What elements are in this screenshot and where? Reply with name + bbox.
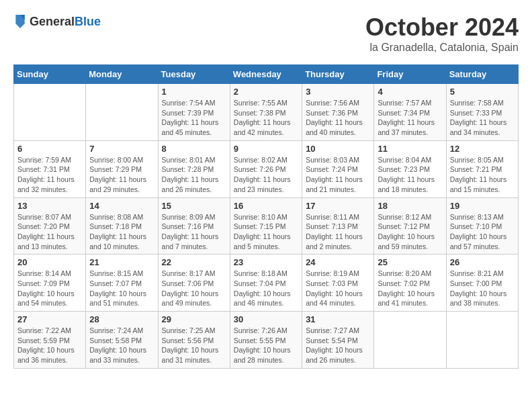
calendar-week-row: 13Sunrise: 8:07 AM Sunset: 7:20 PM Dayli…	[14, 197, 519, 255]
day-number: 28	[89, 314, 154, 324]
day-info: Sunrise: 8:15 AM Sunset: 7:07 PM Dayligh…	[89, 269, 154, 308]
day-number: 11	[378, 144, 442, 154]
calendar-cell: 16Sunrise: 8:10 AM Sunset: 7:15 PM Dayli…	[230, 197, 302, 255]
day-info: Sunrise: 7:56 AM Sunset: 7:36 PM Dayligh…	[306, 98, 370, 138]
calendar-cell: 6Sunrise: 7:59 AM Sunset: 7:31 PM Daylig…	[14, 140, 86, 197]
day-info: Sunrise: 8:13 AM Sunset: 7:10 PM Dayligh…	[450, 212, 515, 252]
day-info: Sunrise: 8:01 AM Sunset: 7:28 PM Dayligh…	[162, 155, 226, 195]
day-number: 25	[378, 257, 442, 267]
calendar-cell: 19Sunrise: 8:13 AM Sunset: 7:10 PM Dayli…	[446, 197, 518, 255]
day-info: Sunrise: 7:24 AM Sunset: 5:58 PM Dayligh…	[89, 326, 154, 365]
calendar-cell: 29Sunrise: 7:25 AM Sunset: 5:56 PM Dayli…	[158, 312, 230, 369]
calendar-cell	[86, 84, 158, 141]
calendar-cell: 7Sunrise: 8:00 AM Sunset: 7:29 PM Daylig…	[86, 140, 158, 197]
calendar-week-row: 27Sunrise: 7:22 AM Sunset: 5:59 PM Dayli…	[14, 312, 519, 369]
calendar-cell: 13Sunrise: 8:07 AM Sunset: 7:20 PM Dayli…	[14, 197, 86, 255]
day-number: 4	[378, 87, 442, 97]
day-of-week-header: Friday	[374, 65, 446, 84]
day-info: Sunrise: 8:17 AM Sunset: 7:06 PM Dayligh…	[162, 269, 226, 308]
calendar-cell: 11Sunrise: 8:04 AM Sunset: 7:23 PM Dayli…	[374, 140, 446, 197]
day-number: 8	[162, 144, 226, 154]
calendar-cell: 8Sunrise: 8:01 AM Sunset: 7:28 PM Daylig…	[158, 140, 230, 197]
day-of-week-header: Monday	[86, 65, 158, 84]
calendar-cell: 4Sunrise: 7:57 AM Sunset: 7:34 PM Daylig…	[374, 84, 446, 141]
calendar-cell: 15Sunrise: 8:09 AM Sunset: 7:16 PM Dayli…	[158, 197, 230, 255]
calendar-body: 1Sunrise: 7:54 AM Sunset: 7:39 PM Daylig…	[14, 84, 519, 369]
day-number: 2	[234, 87, 298, 97]
logo-general: General	[30, 15, 75, 28]
day-info: Sunrise: 8:19 AM Sunset: 7:03 PM Dayligh…	[306, 269, 370, 308]
day-of-week-header: Saturday	[446, 65, 518, 84]
calendar-cell: 18Sunrise: 8:12 AM Sunset: 7:12 PM Dayli…	[374, 197, 446, 255]
day-number: 14	[89, 201, 154, 211]
day-number: 7	[89, 144, 154, 154]
day-info: Sunrise: 8:02 AM Sunset: 7:26 PM Dayligh…	[234, 155, 298, 195]
logo: GeneralBlue	[13, 13, 101, 30]
day-number: 24	[306, 257, 370, 267]
calendar-cell	[374, 312, 446, 369]
calendar-cell: 30Sunrise: 7:26 AM Sunset: 5:55 PM Dayli…	[230, 312, 302, 369]
day-info: Sunrise: 7:54 AM Sunset: 7:39 PM Dayligh…	[162, 98, 226, 138]
day-info: Sunrise: 7:59 AM Sunset: 7:31 PM Dayligh…	[17, 155, 82, 195]
day-number: 15	[162, 201, 226, 211]
day-number: 19	[450, 201, 515, 211]
logo-blue: Blue	[75, 15, 101, 28]
calendar-cell	[446, 312, 518, 369]
day-number: 30	[234, 314, 298, 324]
day-info: Sunrise: 7:26 AM Sunset: 5:55 PM Dayligh…	[234, 326, 298, 365]
day-info: Sunrise: 8:18 AM Sunset: 7:04 PM Dayligh…	[234, 269, 298, 308]
calendar-cell: 25Sunrise: 8:20 AM Sunset: 7:02 PM Dayli…	[374, 255, 446, 312]
day-of-week-header: Wednesday	[230, 65, 302, 84]
location-title: la Granadella, Catalonia, Spain	[365, 42, 519, 54]
title-section: October 2024 la Granadella, Catalonia, S…	[365, 13, 519, 54]
day-info: Sunrise: 8:09 AM Sunset: 7:16 PM Dayligh…	[162, 212, 226, 252]
day-number: 6	[17, 144, 82, 154]
day-of-week-header: Thursday	[302, 65, 374, 84]
day-info: Sunrise: 8:08 AM Sunset: 7:18 PM Dayligh…	[89, 212, 154, 252]
calendar-header: SundayMondayTuesdayWednesdayThursdayFrid…	[14, 65, 519, 84]
day-number: 1	[162, 87, 226, 97]
page-header: GeneralBlue October 2024 la Granadella, …	[13, 13, 519, 54]
calendar-cell: 28Sunrise: 7:24 AM Sunset: 5:58 PM Dayli…	[86, 312, 158, 369]
day-info: Sunrise: 8:14 AM Sunset: 7:09 PM Dayligh…	[17, 269, 82, 308]
day-info: Sunrise: 7:58 AM Sunset: 7:33 PM Dayligh…	[450, 98, 515, 138]
calendar-cell: 20Sunrise: 8:14 AM Sunset: 7:09 PM Dayli…	[14, 255, 86, 312]
day-info: Sunrise: 8:12 AM Sunset: 7:12 PM Dayligh…	[378, 212, 442, 252]
calendar-cell: 17Sunrise: 8:11 AM Sunset: 7:13 PM Dayli…	[302, 197, 374, 255]
day-info: Sunrise: 8:11 AM Sunset: 7:13 PM Dayligh…	[306, 212, 370, 252]
calendar-cell: 31Sunrise: 7:27 AM Sunset: 5:54 PM Dayli…	[302, 312, 374, 369]
day-info: Sunrise: 8:07 AM Sunset: 7:20 PM Dayligh…	[17, 212, 82, 252]
day-of-week-header: Sunday	[14, 65, 86, 84]
day-number: 21	[89, 257, 154, 267]
day-info: Sunrise: 8:10 AM Sunset: 7:15 PM Dayligh…	[234, 212, 298, 252]
logo-icon	[13, 13, 27, 30]
day-number: 18	[378, 201, 442, 211]
calendar-cell: 9Sunrise: 8:02 AM Sunset: 7:26 PM Daylig…	[230, 140, 302, 197]
day-info: Sunrise: 8:05 AM Sunset: 7:21 PM Dayligh…	[450, 155, 515, 195]
calendar-cell: 26Sunrise: 8:21 AM Sunset: 7:00 PM Dayli…	[446, 255, 518, 312]
day-info: Sunrise: 8:20 AM Sunset: 7:02 PM Dayligh…	[378, 269, 442, 308]
day-info: Sunrise: 7:55 AM Sunset: 7:38 PM Dayligh…	[234, 98, 298, 138]
day-number: 26	[450, 257, 515, 267]
day-number: 16	[234, 201, 298, 211]
calendar-week-row: 20Sunrise: 8:14 AM Sunset: 7:09 PM Dayli…	[14, 255, 519, 312]
calendar-cell: 10Sunrise: 8:03 AM Sunset: 7:24 PM Dayli…	[302, 140, 374, 197]
day-number: 27	[17, 314, 82, 324]
day-info: Sunrise: 8:04 AM Sunset: 7:23 PM Dayligh…	[378, 155, 442, 195]
calendar-week-row: 1Sunrise: 7:54 AM Sunset: 7:39 PM Daylig…	[14, 84, 519, 141]
day-info: Sunrise: 7:22 AM Sunset: 5:59 PM Dayligh…	[17, 326, 82, 365]
calendar-cell: 12Sunrise: 8:05 AM Sunset: 7:21 PM Dayli…	[446, 140, 518, 197]
day-info: Sunrise: 8:00 AM Sunset: 7:29 PM Dayligh…	[89, 155, 154, 195]
header-row: SundayMondayTuesdayWednesdayThursdayFrid…	[14, 65, 519, 84]
calendar-week-row: 6Sunrise: 7:59 AM Sunset: 7:31 PM Daylig…	[14, 140, 519, 197]
calendar-cell: 22Sunrise: 8:17 AM Sunset: 7:06 PM Dayli…	[158, 255, 230, 312]
month-title: October 2024	[365, 13, 519, 42]
day-number: 12	[450, 144, 515, 154]
calendar-cell: 14Sunrise: 8:08 AM Sunset: 7:18 PM Dayli…	[86, 197, 158, 255]
calendar-cell: 23Sunrise: 8:18 AM Sunset: 7:04 PM Dayli…	[230, 255, 302, 312]
day-info: Sunrise: 7:25 AM Sunset: 5:56 PM Dayligh…	[162, 326, 226, 365]
day-info: Sunrise: 8:21 AM Sunset: 7:00 PM Dayligh…	[450, 269, 515, 308]
day-number: 29	[162, 314, 226, 324]
calendar-cell: 5Sunrise: 7:58 AM Sunset: 7:33 PM Daylig…	[446, 84, 518, 141]
day-number: 5	[450, 87, 515, 97]
